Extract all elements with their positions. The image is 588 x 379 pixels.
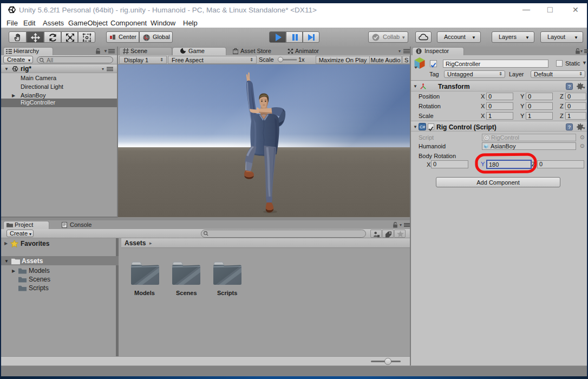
svg-text:C: C bbox=[485, 135, 488, 140]
svg-text:?: ? bbox=[568, 84, 571, 89]
svg-text:?: ? bbox=[568, 125, 571, 130]
svg-text:C#: C# bbox=[420, 125, 426, 129]
